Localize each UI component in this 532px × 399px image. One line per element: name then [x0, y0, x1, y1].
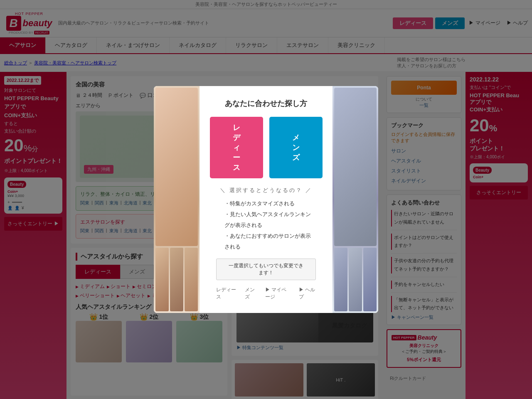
benefit-1: 特集がカスタマイズされる [224, 198, 316, 209]
modal-sub-help[interactable]: ▶ ヘルプ [299, 286, 316, 300]
modal-title: あなたに合わせた探し方 [216, 99, 316, 108]
modal-benefits-list: 特集がカスタマイズされる 見たい人気ヘアスタイルランキングが表示される あなたに… [216, 198, 316, 252]
modal-gender-buttons: レディース メンズ [216, 117, 316, 178]
modal-right-photo [332, 86, 378, 313]
benefit-3: あなたにおすすめのサロンが表示される [224, 231, 316, 252]
modal-sub-ladies[interactable]: レディース [216, 286, 236, 300]
man-photo-main [334, 88, 377, 246]
modal: ✕ あ [154, 86, 378, 313]
benefit-2: 見たい人気ヘアスタイルランキングが表示される [224, 209, 316, 231]
modal-sub-mypage[interactable]: ▶ マイページ [265, 286, 291, 300]
modal-inner: あなたに合わせた探し方 レディース メンズ ＼ 選択するとどうなるの？ ／ 特集… [216, 99, 316, 300]
modal-ladies-button[interactable]: レディース [210, 117, 263, 178]
modal-sub-mens[interactable]: メンズ [245, 286, 257, 300]
modal-change-button[interactable]: 一度選択してもいつでも変更できます！ [216, 259, 316, 280]
modal-overlay[interactable]: ✕ あ [0, 0, 532, 399]
woman-photo-main [155, 88, 198, 246]
modal-left-photo [154, 86, 200, 313]
modal-mens-button[interactable]: メンズ [269, 117, 323, 178]
wave-divider: ＼ 選択するとどうなるの？ ／ [216, 187, 316, 194]
modal-sub-links: レディース メンズ ▶ マイページ ▶ ヘルプ [216, 286, 316, 300]
